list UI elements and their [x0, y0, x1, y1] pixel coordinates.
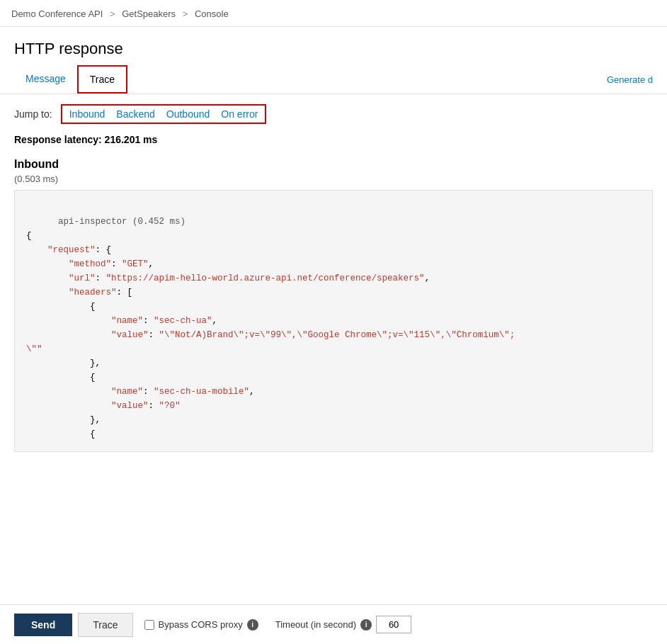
timeout-info-icon[interactable]: i: [360, 619, 372, 631]
bypass-cors-checkbox[interactable]: [144, 620, 154, 630]
send-button[interactable]: Send: [14, 614, 72, 636]
generate-link[interactable]: Generate d: [607, 74, 653, 85]
breadcrumb: Demo Conference API > GetSpeakers > Cons…: [0, 0, 667, 27]
bypass-cors-label: Bypass CORS proxy: [159, 619, 243, 630]
breadcrumb-part-1: Demo Conference API: [11, 9, 103, 19]
tab-message[interactable]: Message: [14, 66, 77, 93]
code-header-line: api-inspector (0.452 ms): [58, 217, 186, 227]
response-latency: Response latency: 216.201 ms: [14, 134, 653, 145]
jump-to-row: Jump to: Inbound Backend Outbound On err…: [0, 94, 667, 134]
bottom-bar: Send Trace Bypass CORS proxy i Timeout (…: [0, 604, 667, 644]
breadcrumb-sep-2: >: [183, 9, 190, 19]
bypass-cors-info-icon[interactable]: i: [247, 619, 258, 631]
tabs-row: Message Trace Generate d: [0, 65, 667, 94]
timeout-input[interactable]: [376, 616, 411, 633]
timeout-label: Timeout (in second): [275, 619, 356, 630]
bypass-cors-section: Bypass CORS proxy i: [144, 619, 258, 631]
jump-to-label: Jump to:: [14, 108, 52, 120]
breadcrumb-sep-1: >: [110, 9, 118, 19]
jump-link-inbound[interactable]: Inbound: [69, 108, 106, 120]
jump-link-backend[interactable]: Backend: [116, 108, 154, 120]
page-title: HTTP response: [0, 27, 667, 65]
breadcrumb-part-3: Console: [195, 9, 229, 19]
main-content: HTTP response Message Trace Generate d J…: [0, 27, 667, 604]
breadcrumb-part-2: GetSpeakers: [122, 9, 176, 19]
timeout-section: Timeout (in second) i: [275, 616, 411, 633]
jump-links-container: Inbound Backend Outbound On error: [61, 104, 267, 124]
jump-link-on-error[interactable]: On error: [221, 108, 258, 120]
tab-trace[interactable]: Trace: [77, 65, 127, 94]
code-block: api-inspector (0.452 ms) { "request": { …: [14, 190, 653, 452]
section-time: (0.503 ms): [14, 174, 653, 184]
jump-link-outbound[interactable]: Outbound: [166, 108, 210, 120]
section-title-inbound: Inbound: [14, 158, 653, 171]
trace-button[interactable]: Trace: [78, 613, 132, 637]
content-area: Response latency: 216.201 ms Inbound (0.…: [0, 134, 667, 604]
